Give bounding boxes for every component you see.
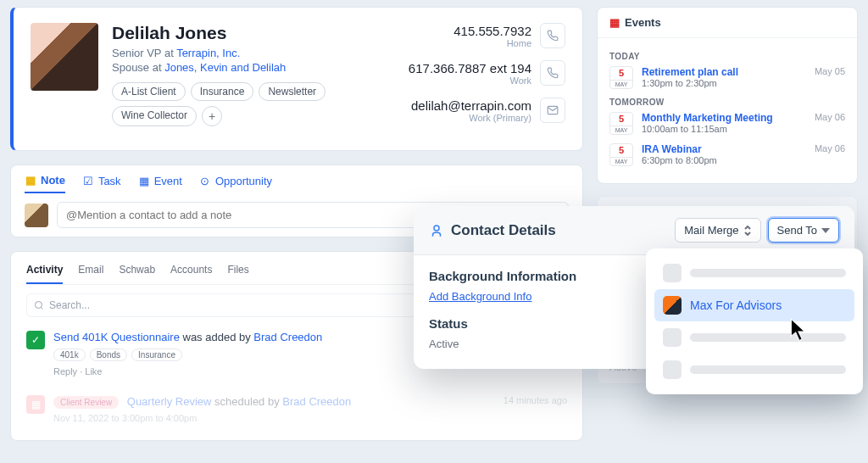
event-title: IRA Webinar <box>642 143 806 155</box>
activity-link[interactable]: Send 401K Questionnaire <box>53 331 180 343</box>
search-icon <box>34 300 44 310</box>
call-home-button[interactable] <box>540 23 565 48</box>
events-group-tomorrow: TOMORROW <box>609 98 845 107</box>
tab-note-label: Note <box>41 174 65 187</box>
event-date: May 06 <box>815 143 845 153</box>
events-group-today: TODAY <box>609 52 845 61</box>
dropdown-option-max[interactable]: Max For Advisors <box>654 289 854 321</box>
activity-tag[interactable]: 401k <box>53 349 86 361</box>
phone-home-value: 415.555.7932 <box>453 24 531 38</box>
phone-work-value: 617.366.7887 ext 194 <box>409 61 531 75</box>
activity-sub: Nov 11, 2022 to 3:00pm to 4:00pm <box>53 413 495 423</box>
tab-event-label: Event <box>154 175 182 187</box>
note-icon: ▦ <box>25 175 36 187</box>
dropdown-option-label: Max For Advisors <box>690 298 782 312</box>
tab-note[interactable]: ▦Note <box>25 174 65 193</box>
activity-tag[interactable]: Insurance <box>131 349 182 361</box>
dropdown-option-placeholder[interactable] <box>654 257 854 289</box>
chevron-down-icon <box>821 228 830 233</box>
event-time: 1:30pm to 2:30pm <box>642 78 806 88</box>
contact-tags: A-List Client Insurance Newsletter Wine … <box>112 82 409 126</box>
mail-merge-button[interactable]: Mail Merge <box>675 218 760 243</box>
send-to-label: Send To <box>777 224 817 237</box>
person-icon <box>429 223 444 238</box>
activity-pill: Client Review <box>53 396 119 409</box>
svg-point-1 <box>36 302 42 309</box>
date-chip: 5MAY <box>609 112 633 135</box>
activity-time: 14 minutes ago <box>504 395 567 405</box>
current-user-avatar <box>25 204 48 227</box>
contact-relation-link[interactable]: Jones, Kevin and Delilah <box>164 61 286 74</box>
contact-relation-line: Spouse at Jones, Kevin and Delilah <box>112 61 409 74</box>
popover-title: Contact Details <box>451 222 668 239</box>
contact-relation-text: Spouse at <box>112 61 164 74</box>
event-time: 10:00am to 11:15am <box>642 124 806 134</box>
tab-opportunity[interactable]: ⊙Opportunity <box>199 174 272 193</box>
mail-merge-label: Mail Merge <box>684 224 738 237</box>
activity-tab-files[interactable]: Files <box>227 264 248 284</box>
event-row[interactable]: 5MAY Monthly Marketing Meeting 10:00am t… <box>609 112 845 135</box>
event-row[interactable]: 5MAY Retirement plan call 1:30pm to 2:30… <box>609 66 845 89</box>
tab-task-label: Task <box>98 175 121 187</box>
tag[interactable]: Wine Collector <box>112 106 197 126</box>
activity-title: Client Review Quarterly Review scheduled… <box>53 395 495 408</box>
event-title: Monthly Marketing Meeting <box>642 112 806 124</box>
svg-point-2 <box>434 226 439 231</box>
contact-details-popover: Contact Details Mail Merge Send To Backg… <box>414 206 854 369</box>
events-title: Events <box>625 16 661 29</box>
activity-user-link[interactable]: Brad Creedon <box>282 395 351 408</box>
email-button[interactable] <box>540 98 565 123</box>
event-date: May 06 <box>815 112 845 122</box>
send-to-dropdown: Max For Advisors <box>646 248 863 394</box>
contact-company-link[interactable]: Terrapin, Inc. <box>176 47 240 59</box>
contact-header-card: Delilah Jones Senior VP at Terrapin, Inc… <box>10 7 583 151</box>
activity-tab-accounts[interactable]: Accounts <box>170 264 212 284</box>
contact-role-line: Senior VP at Terrapin, Inc. <box>112 47 409 59</box>
dropdown-option-placeholder[interactable] <box>654 354 854 386</box>
send-to-button[interactable]: Send To <box>768 218 839 243</box>
tab-opportunity-label: Opportunity <box>215 175 272 187</box>
contact-role-text: Senior VP at <box>112 47 176 59</box>
activity-item: ▦ Client Review Quarterly Review schedul… <box>26 390 567 428</box>
activity-badge-calendar-icon: ▦ <box>26 395 45 414</box>
max-icon <box>663 296 682 315</box>
tag[interactable]: Insurance <box>191 82 254 101</box>
event-icon: ▦ <box>138 176 150 187</box>
email-value: delilah@terrapin.com <box>411 98 531 113</box>
event-row[interactable]: 5MAY IRA Webinar 6:30pm to 8:00pm May 06 <box>609 143 845 166</box>
events-panel: ▦ Events TODAY 5MAY Retirement plan call… <box>597 7 858 184</box>
add-tag-button[interactable]: + <box>202 106 222 126</box>
tab-task[interactable]: ☑Task <box>82 174 121 193</box>
phone-home-label: Home <box>453 38 531 48</box>
activity-text: was added by <box>180 331 253 343</box>
activity-badge-check-icon: ✓ <box>26 331 45 349</box>
activity-text: scheduled by <box>211 395 282 408</box>
dropdown-option-placeholder[interactable] <box>654 321 854 354</box>
date-chip: 5MAY <box>609 143 633 166</box>
date-chip: 5MAY <box>609 66 633 89</box>
event-time: 6:30pm to 8:00pm <box>642 155 806 165</box>
activity-tab-email[interactable]: Email <box>78 264 103 284</box>
tag[interactable]: A-List Client <box>112 82 186 101</box>
sort-icon <box>743 226 752 236</box>
activity-tab-schwab[interactable]: Schwab <box>119 264 155 284</box>
activity-link[interactable]: Quarterly Review <box>127 395 212 408</box>
tab-event[interactable]: ▦Event <box>138 174 182 193</box>
email-label: Work (Primary) <box>411 113 531 123</box>
task-icon: ☑ <box>82 176 94 187</box>
activity-tag[interactable]: Bonds <box>90 349 127 361</box>
call-work-button[interactable] <box>540 60 565 86</box>
phone-work-label: Work <box>409 75 531 86</box>
activity-user-link[interactable]: Brad Creedon <box>253 331 322 343</box>
event-date: May 05 <box>815 66 845 76</box>
activity-tab-activity[interactable]: Activity <box>26 264 63 284</box>
activity-search-placeholder: Search... <box>49 299 90 311</box>
event-title: Retirement plan call <box>642 66 806 78</box>
tag[interactable]: Newsletter <box>259 82 326 101</box>
contact-avatar[interactable] <box>31 23 98 91</box>
calendar-icon: ▦ <box>609 16 620 29</box>
contact-name: Delilah Jones <box>112 23 409 43</box>
opportunity-icon: ⊙ <box>199 176 211 187</box>
